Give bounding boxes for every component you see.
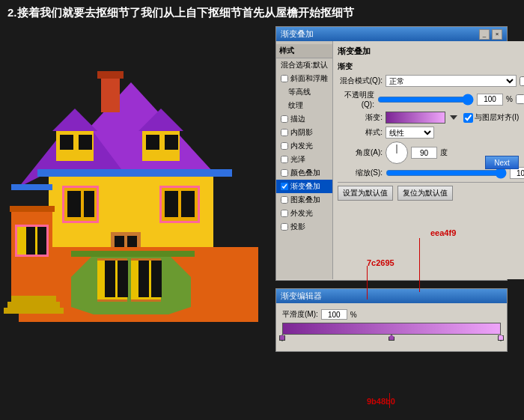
gradient-bar-wrapper xyxy=(282,323,501,341)
sidebar-drop-shadow[interactable]: 投影 xyxy=(276,220,332,234)
sidebar-satin[interactable]: 光泽 xyxy=(276,153,332,166)
sidebar-blend-label: 混合选项:默认 xyxy=(281,60,328,70)
style-row: 样式: 线性 径向 角度 xyxy=(338,127,524,139)
inner-shadow-checkbox[interactable] xyxy=(281,129,288,136)
svg-rect-40 xyxy=(37,227,46,255)
gradient-editor-header: 渐变编辑器 xyxy=(276,289,507,303)
svg-rect-9 xyxy=(79,135,92,150)
sidebar-stroke[interactable]: 描边 xyxy=(276,112,332,126)
outer-glow-checkbox[interactable] xyxy=(281,210,288,217)
house-illustration xyxy=(4,22,273,322)
set-default-button[interactable]: 设置为默认值 xyxy=(338,186,393,201)
next-button[interactable]: Next xyxy=(485,156,519,169)
page-title: 2.接着我们就要去抠细节了我们从上自下抠细节首先从屋檐开始抠细节 xyxy=(7,6,354,20)
inner-glow-label: 内发光 xyxy=(290,141,313,151)
sidebar-inner-shadow[interactable]: 内阴影 xyxy=(276,126,332,139)
gradient-label: 渐变: xyxy=(338,112,383,123)
svg-rect-12 xyxy=(146,135,159,150)
svg-rect-38 xyxy=(46,225,49,257)
svg-rect-25 xyxy=(62,186,64,223)
sidebar-gradient-overlay[interactable]: 渐变叠加 xyxy=(276,180,332,193)
svg-rect-24 xyxy=(62,221,99,223)
gradient-dropdown-icon[interactable] xyxy=(450,115,457,120)
blend-mode-select[interactable]: 正常 溶解 正片叠底 xyxy=(386,75,517,87)
opacity-slider[interactable] xyxy=(377,94,474,105)
align-with-layer-checkbox[interactable] xyxy=(463,113,473,123)
angle-degree: 度 xyxy=(440,147,448,158)
texture-label: 纹理 xyxy=(288,100,303,111)
drop-shadow-label: 投影 xyxy=(290,222,305,232)
opacity-percent: % xyxy=(506,95,513,103)
panel-minimize[interactable]: _ xyxy=(479,29,490,40)
annotation-line-1 xyxy=(367,266,368,299)
gradient-bar[interactable] xyxy=(282,323,501,335)
reverse-label: 反向(R) xyxy=(516,90,524,109)
svg-rect-46 xyxy=(97,258,127,261)
reverse-checkbox[interactable] xyxy=(516,94,524,104)
angle-label: 角度(A): xyxy=(338,147,383,158)
sidebar-contour[interactable]: 等高线 xyxy=(276,85,332,99)
layer-style-panel: 渐变叠加 _ × 样式 混合选项:默认 斜面和浮雕 等高线 纹理 描边 xyxy=(275,26,508,281)
sidebar-outer-glow[interactable]: 外发光 xyxy=(276,207,332,220)
blend-section-title: 渐变 xyxy=(338,61,524,72)
svg-rect-54 xyxy=(151,261,162,297)
panel-close[interactable]: × xyxy=(492,29,502,40)
gradient-overlay-checkbox[interactable] xyxy=(281,183,288,190)
svg-rect-41 xyxy=(11,296,56,302)
satin-checkbox[interactable] xyxy=(281,156,288,163)
bevel-checkbox[interactable] xyxy=(281,75,288,82)
svg-rect-4 xyxy=(101,75,120,112)
svg-rect-35 xyxy=(15,225,49,227)
blend-mode-label: 混合模式(Q): xyxy=(338,76,383,86)
reset-default-button[interactable]: 复位为默认值 xyxy=(397,186,453,201)
divider xyxy=(338,182,524,183)
content-title: 渐变叠加 xyxy=(338,46,524,57)
svg-rect-47 xyxy=(97,299,127,302)
smoothness-input[interactable] xyxy=(321,309,347,320)
style-label: 样式: xyxy=(338,127,383,138)
opacity-input[interactable] xyxy=(477,94,503,106)
svg-rect-13 xyxy=(165,135,178,150)
angle-wheel[interactable] xyxy=(386,141,408,164)
sidebar-texture[interactable]: 纹理 xyxy=(276,99,332,112)
angle-indicator xyxy=(397,144,397,153)
stroke-checkbox[interactable] xyxy=(281,115,288,123)
sidebar-color-overlay[interactable]: 颜色叠加 xyxy=(276,166,332,180)
color-annotation-eea4f9: eea4f9 xyxy=(430,228,456,237)
styles-header: 样式 xyxy=(276,44,332,58)
color-overlay-label: 颜色叠加 xyxy=(290,168,320,178)
svg-rect-8 xyxy=(60,135,73,150)
sidebar-bevel[interactable]: 斜面和浮雕 xyxy=(276,72,332,85)
style-select[interactable]: 线性 径向 角度 xyxy=(386,127,434,139)
pattern-overlay-label: 图案叠加 xyxy=(290,195,320,205)
annotation-line-2 xyxy=(419,238,420,292)
opacity-label: 不透明度(Q): xyxy=(338,90,374,109)
inner-glow-checkbox[interactable] xyxy=(281,142,288,150)
drop-shadow-checkbox[interactable] xyxy=(281,223,288,231)
svg-rect-15 xyxy=(67,191,81,217)
simulate-color-checkbox[interactable] xyxy=(520,76,524,86)
contour-label: 等高线 xyxy=(288,87,311,97)
svg-rect-53 xyxy=(138,261,149,297)
button-row: 设置为默认值 复位为默认值 xyxy=(338,186,524,201)
sidebar-inner-glow[interactable]: 内发光 xyxy=(276,139,332,153)
inner-shadow-label: 内阴影 xyxy=(290,127,313,138)
align-with-layer-label: 与图层对齐(I) xyxy=(463,112,519,123)
gradient-preview[interactable] xyxy=(386,112,445,124)
gradient-row: 渐变: 与图层对齐(I) xyxy=(338,112,524,124)
scale-slider[interactable] xyxy=(386,168,507,178)
svg-rect-52 xyxy=(131,299,161,302)
pattern-overlay-checkbox[interactable] xyxy=(281,196,288,204)
gradient-stop-bottom-mid[interactable] xyxy=(389,335,394,341)
color-overlay-checkbox[interactable] xyxy=(281,169,288,177)
bevel-label: 斜面和浮雕 xyxy=(290,73,328,84)
svg-rect-37 xyxy=(15,225,17,257)
sidebar-blend-options[interactable]: 混合选项:默认 xyxy=(276,58,332,72)
smoothness-percent: % xyxy=(350,311,357,319)
svg-rect-51 xyxy=(131,258,161,261)
svg-rect-56 xyxy=(37,169,232,177)
angle-input[interactable] xyxy=(411,147,437,159)
svg-rect-33 xyxy=(10,206,55,212)
layer-style-sidebar: 样式 混合选项:默认 斜面和浮雕 等高线 纹理 描边 内阴影 内发光 xyxy=(276,41,333,279)
sidebar-pattern-overlay[interactable]: 图案叠加 xyxy=(276,193,332,207)
